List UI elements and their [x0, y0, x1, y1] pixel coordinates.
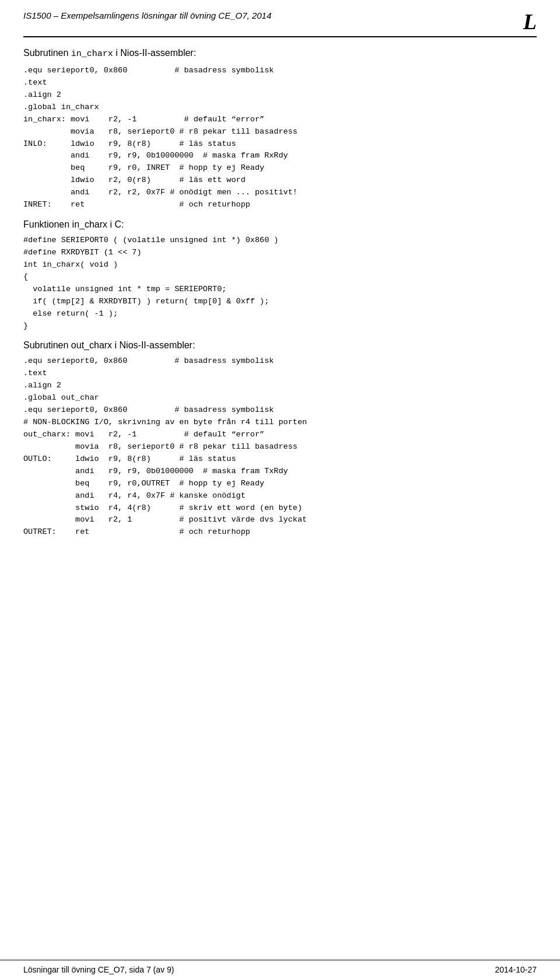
section3-heading-mono: out_charx [71, 340, 112, 350]
section2-heading-normal2: i C: [107, 219, 124, 229]
section2-heading-mono: in_charx [72, 219, 107, 229]
code-block-3: .equ serieport0, 0x860 # basadress symbo… [23, 355, 537, 539]
header-logo: L [523, 11, 537, 33]
section2-heading: Funktionen in_charx i C: [23, 219, 537, 230]
section3-heading-normal2: i Nios-II-assembler: [112, 340, 195, 350]
code-block-1: .equ serieport0, 0x860 # basadress symbo… [23, 65, 537, 211]
section1-heading-normal: Subrutinen [23, 48, 71, 58]
section2-heading-normal1: Funktionen [23, 219, 72, 229]
section3-heading-normal: Subrutinen [23, 340, 71, 350]
page: IS1500 – Exempelsamlingens lösningar til… [0, 0, 560, 979]
header-title: IS1500 – Exempelsamlingens lösningar til… [23, 11, 271, 20]
code-block-2: #define SERIEPORT0 ( (volatile unsigned … [23, 235, 537, 332]
header-title-text1: IS1500 – Exempelsamlingens [23, 11, 142, 20]
footer-left: Lösningar till övning CE_O7, sida 7 (av … [23, 965, 174, 974]
page-header: IS1500 – Exempelsamlingens lösningar til… [23, 11, 537, 37]
header-title-text2: till övning CE_O7, 2014 [177, 11, 272, 20]
footer-right: 2014-10-27 [495, 965, 537, 974]
section1-heading: Subrutinen in_charx i Nios-II-assembler: [23, 48, 537, 59]
page-footer: Lösningar till övning CE_O7, sida 7 (av … [0, 960, 560, 979]
section1-heading-mono: in_charx [71, 49, 113, 59]
header-title-italic: lösningar [142, 11, 177, 20]
section3-heading: Subrutinen out_charx i Nios-II-assembler… [23, 340, 537, 351]
section1-heading-normal2: i Nios-II-assembler: [113, 48, 196, 58]
